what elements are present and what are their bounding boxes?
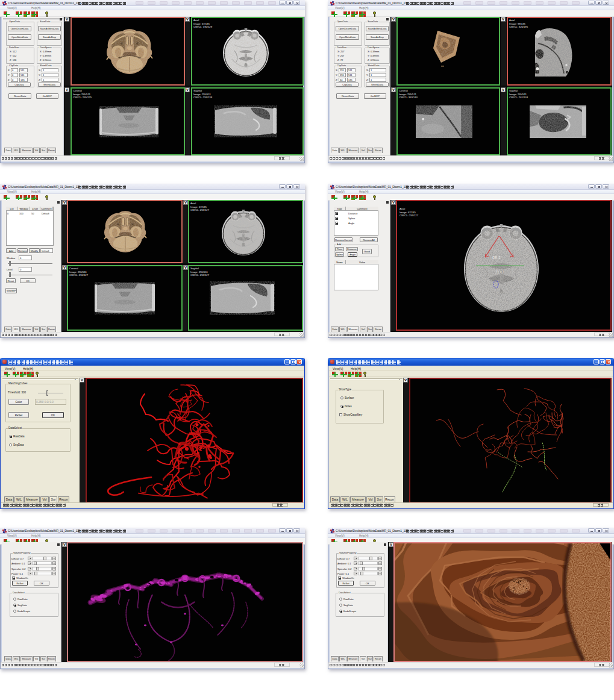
svg-text:68.1: 68.1 [492,255,501,260]
svg-text:100: 100 [495,269,504,275]
